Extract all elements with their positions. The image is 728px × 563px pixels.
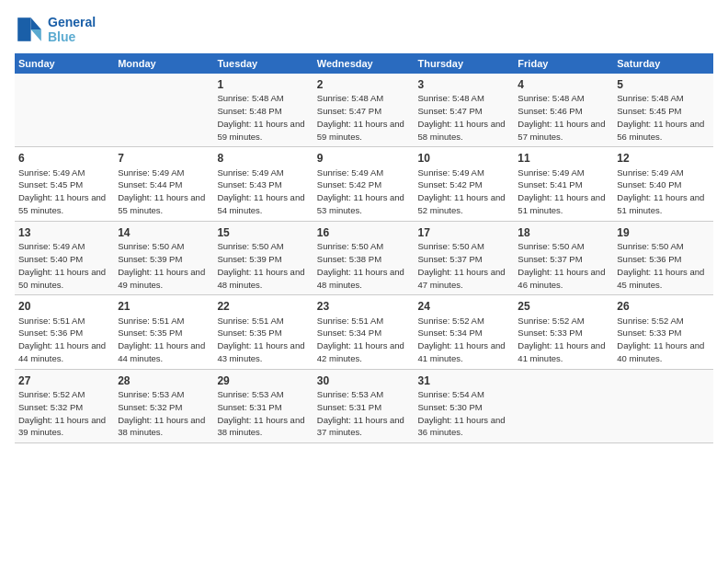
day-number: 18 — [518, 225, 609, 240]
calendar-cell: 6Sunrise: 5:49 AM Sunset: 5:45 PM Daylig… — [15, 147, 114, 221]
calendar-cell: 14Sunrise: 5:50 AM Sunset: 5:39 PM Dayli… — [114, 221, 213, 294]
day-number: 2 — [317, 77, 411, 92]
header-row: SundayMondayTuesdayWednesdayThursdayFrid… — [15, 53, 713, 74]
header: General Blue — [15, 15, 713, 44]
day-info: Sunrise: 5:48 AM Sunset: 5:47 PM Dayligh… — [317, 93, 404, 141]
calendar-cell: 11Sunrise: 5:49 AM Sunset: 5:41 PM Dayli… — [514, 147, 613, 221]
day-number: 19 — [617, 225, 710, 240]
calendar-cell: 10Sunrise: 5:49 AM Sunset: 5:42 PM Dayli… — [415, 147, 515, 221]
calendar-cell — [613, 369, 713, 442]
day-info: Sunrise: 5:50 AM Sunset: 5:39 PM Dayligh… — [118, 241, 205, 289]
day-info: Sunrise: 5:50 AM Sunset: 5:39 PM Dayligh… — [217, 241, 304, 289]
day-number: 29 — [217, 373, 309, 388]
calendar-cell: 15Sunrise: 5:50 AM Sunset: 5:39 PM Dayli… — [213, 221, 313, 294]
day-number: 10 — [418, 151, 511, 166]
day-info: Sunrise: 5:49 AM Sunset: 5:42 PM Dayligh… — [317, 167, 404, 215]
calendar-cell: 7Sunrise: 5:49 AM Sunset: 5:44 PM Daylig… — [114, 147, 213, 221]
week-row-1: 1Sunrise: 5:48 AM Sunset: 5:48 PM Daylig… — [15, 74, 713, 147]
day-info: Sunrise: 5:49 AM Sunset: 5:45 PM Dayligh… — [18, 167, 106, 215]
day-info: Sunrise: 5:51 AM Sunset: 5:35 PM Dayligh… — [118, 316, 205, 363]
day-number: 3 — [418, 77, 511, 92]
calendar-cell: 30Sunrise: 5:53 AM Sunset: 5:31 PM Dayli… — [313, 369, 415, 442]
logo-text: General Blue — [48, 15, 96, 44]
calendar-cell: 29Sunrise: 5:53 AM Sunset: 5:31 PM Dayli… — [213, 369, 313, 442]
calendar-body: 1Sunrise: 5:48 AM Sunset: 5:48 PM Daylig… — [15, 74, 713, 443]
day-info: Sunrise: 5:49 AM Sunset: 5:40 PM Dayligh… — [617, 167, 704, 215]
day-info: Sunrise: 5:48 AM Sunset: 5:46 PM Dayligh… — [518, 93, 605, 141]
calendar-cell — [114, 74, 213, 147]
day-info: Sunrise: 5:48 AM Sunset: 5:48 PM Dayligh… — [217, 93, 304, 141]
day-number: 28 — [118, 373, 210, 388]
svg-marker-0 — [31, 17, 41, 29]
day-info: Sunrise: 5:52 AM Sunset: 5:32 PM Dayligh… — [18, 389, 106, 437]
day-info: Sunrise: 5:49 AM Sunset: 5:41 PM Dayligh… — [518, 167, 605, 215]
day-number: 5 — [617, 77, 710, 92]
header-cell-monday: Monday — [114, 53, 213, 74]
day-number: 7 — [118, 151, 210, 166]
svg-rect-2 — [17, 17, 30, 41]
day-number: 16 — [317, 225, 411, 240]
day-number: 4 — [518, 77, 609, 92]
day-info: Sunrise: 5:48 AM Sunset: 5:45 PM Dayligh… — [617, 93, 704, 141]
calendar-cell: 8Sunrise: 5:49 AM Sunset: 5:43 PM Daylig… — [213, 147, 313, 221]
calendar-cell: 13Sunrise: 5:49 AM Sunset: 5:40 PM Dayli… — [15, 221, 114, 294]
day-number: 12 — [617, 151, 710, 166]
day-info: Sunrise: 5:52 AM Sunset: 5:34 PM Dayligh… — [418, 316, 506, 363]
day-info: Sunrise: 5:49 AM Sunset: 5:43 PM Dayligh… — [217, 167, 304, 215]
calendar-cell: 2Sunrise: 5:48 AM Sunset: 5:47 PM Daylig… — [313, 74, 415, 147]
day-number: 31 — [418, 373, 511, 388]
day-info: Sunrise: 5:53 AM Sunset: 5:31 PM Dayligh… — [317, 389, 404, 437]
calendar-header: SundayMondayTuesdayWednesdayThursdayFrid… — [15, 53, 713, 74]
day-info: Sunrise: 5:50 AM Sunset: 5:38 PM Dayligh… — [317, 241, 404, 289]
calendar-cell: 9Sunrise: 5:49 AM Sunset: 5:42 PM Daylig… — [313, 147, 415, 221]
header-cell-thursday: Thursday — [415, 53, 515, 74]
week-row-2: 6Sunrise: 5:49 AM Sunset: 5:45 PM Daylig… — [15, 147, 713, 221]
day-info: Sunrise: 5:51 AM Sunset: 5:35 PM Dayligh… — [217, 316, 304, 363]
calendar-cell: 28Sunrise: 5:53 AM Sunset: 5:32 PM Dayli… — [114, 369, 213, 442]
day-number: 9 — [317, 151, 411, 166]
week-row-4: 20Sunrise: 5:51 AM Sunset: 5:36 PM Dayli… — [15, 295, 713, 369]
week-row-5: 27Sunrise: 5:52 AM Sunset: 5:32 PM Dayli… — [15, 369, 713, 442]
header-cell-saturday: Saturday — [613, 53, 713, 74]
day-number: 6 — [18, 151, 110, 166]
calendar-cell: 4Sunrise: 5:48 AM Sunset: 5:46 PM Daylig… — [514, 74, 613, 147]
logo-icon — [15, 15, 44, 44]
calendar-cell: 16Sunrise: 5:50 AM Sunset: 5:38 PM Dayli… — [313, 221, 415, 294]
calendar-cell: 17Sunrise: 5:50 AM Sunset: 5:37 PM Dayli… — [415, 221, 515, 294]
day-info: Sunrise: 5:53 AM Sunset: 5:31 PM Dayligh… — [217, 389, 304, 437]
calendar-cell — [514, 369, 613, 442]
day-number: 11 — [518, 151, 609, 166]
calendar-cell: 19Sunrise: 5:50 AM Sunset: 5:36 PM Dayli… — [613, 221, 713, 294]
day-info: Sunrise: 5:51 AM Sunset: 5:34 PM Dayligh… — [317, 316, 404, 363]
day-number: 17 — [418, 225, 511, 240]
calendar-cell: 22Sunrise: 5:51 AM Sunset: 5:35 PM Dayli… — [213, 295, 313, 369]
day-number: 26 — [617, 299, 710, 314]
day-info: Sunrise: 5:52 AM Sunset: 5:33 PM Dayligh… — [518, 316, 605, 363]
day-info: Sunrise: 5:54 AM Sunset: 5:30 PM Dayligh… — [418, 389, 506, 437]
day-number: 27 — [18, 373, 110, 388]
calendar-cell: 25Sunrise: 5:52 AM Sunset: 5:33 PM Dayli… — [514, 295, 613, 369]
day-number: 23 — [317, 299, 411, 314]
page: General Blue SundayMondayTuesdayWednesda… — [0, 0, 728, 563]
day-info: Sunrise: 5:50 AM Sunset: 5:37 PM Dayligh… — [418, 241, 506, 289]
header-cell-wednesday: Wednesday — [313, 53, 415, 74]
calendar-cell: 12Sunrise: 5:49 AM Sunset: 5:40 PM Dayli… — [613, 147, 713, 221]
calendar-table: SundayMondayTuesdayWednesdayThursdayFrid… — [15, 53, 713, 443]
day-info: Sunrise: 5:49 AM Sunset: 5:40 PM Dayligh… — [18, 241, 106, 289]
calendar-cell: 23Sunrise: 5:51 AM Sunset: 5:34 PM Dayli… — [313, 295, 415, 369]
day-info: Sunrise: 5:49 AM Sunset: 5:44 PM Dayligh… — [118, 167, 205, 215]
calendar-cell: 18Sunrise: 5:50 AM Sunset: 5:37 PM Dayli… — [514, 221, 613, 294]
header-cell-friday: Friday — [514, 53, 613, 74]
logo: General Blue — [15, 15, 96, 44]
calendar-cell — [15, 74, 114, 147]
day-info: Sunrise: 5:52 AM Sunset: 5:33 PM Dayligh… — [617, 316, 704, 363]
day-info: Sunrise: 5:48 AM Sunset: 5:47 PM Dayligh… — [418, 93, 506, 141]
day-number: 22 — [217, 299, 309, 314]
day-number: 13 — [18, 225, 110, 240]
day-number: 24 — [418, 299, 511, 314]
calendar-cell: 26Sunrise: 5:52 AM Sunset: 5:33 PM Dayli… — [613, 295, 713, 369]
header-cell-sunday: Sunday — [15, 53, 114, 74]
day-number: 1 — [217, 77, 309, 92]
day-info: Sunrise: 5:50 AM Sunset: 5:37 PM Dayligh… — [518, 241, 605, 289]
calendar-cell: 1Sunrise: 5:48 AM Sunset: 5:48 PM Daylig… — [213, 74, 313, 147]
